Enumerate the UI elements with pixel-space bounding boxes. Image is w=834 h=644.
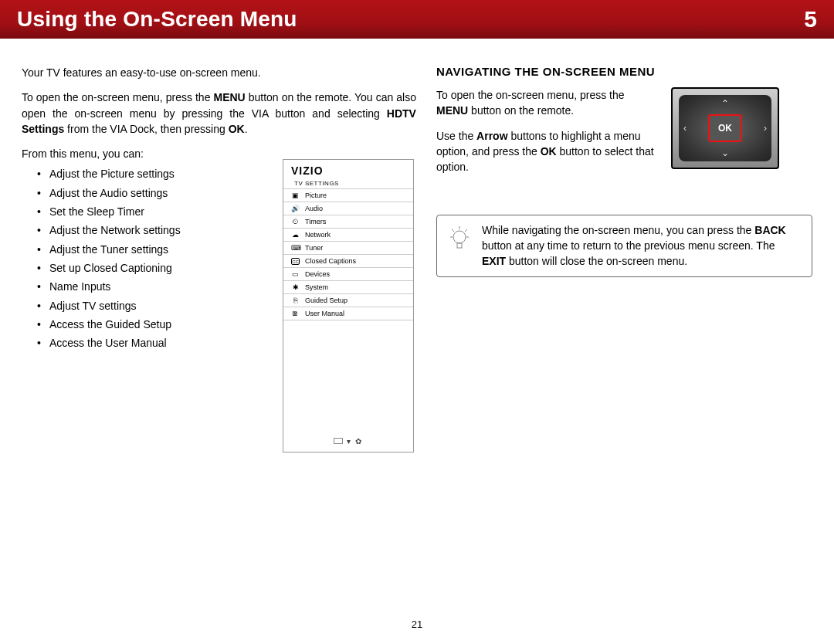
svg-point-0 <box>453 231 466 243</box>
audio-icon: 🔊 <box>291 205 300 212</box>
intro-paragraph: Your TV features an easy-to-use on-scree… <box>22 65 416 80</box>
page-number: 21 <box>412 619 422 630</box>
network-icon: ☁ <box>291 232 300 239</box>
picture-icon: ▣ <box>291 192 300 199</box>
footer-box-icon <box>334 438 343 444</box>
tv-item-audio: 🔊Audio <box>283 202 413 215</box>
svg-line-2 <box>452 229 454 232</box>
tv-item-network: ☁Network <box>283 229 413 242</box>
remote-graphic: ⌃ ⌄ ‹ › OK <box>671 87 779 169</box>
tv-item-system: ✱System <box>283 281 413 294</box>
tv-brand: VIZIO <box>283 160 413 178</box>
section-heading: NAVIGATING THE ON-SCREEN MENU <box>436 65 812 78</box>
arrow-down-icon: ⌄ <box>721 147 729 158</box>
svg-line-3 <box>465 229 467 232</box>
nav-paragraph-2: Use the Arrow buttons to highlight a men… <box>436 128 657 175</box>
tv-item-tuner: ⌨Tuner <box>283 242 413 255</box>
nav-paragraph-1: To open the on-screen menu, press the ME… <box>436 87 657 119</box>
cc-icon: CC <box>291 258 300 265</box>
system-icon: ✱ <box>291 284 300 291</box>
left-column: Your TV features an easy-to-use on-scree… <box>22 65 416 352</box>
manual-icon: 🗎 <box>291 310 300 317</box>
navigation-block: To open the on-screen menu, press the ME… <box>436 87 812 184</box>
navigation-text: To open the on-screen menu, press the ME… <box>436 87 657 184</box>
tv-item-timers: ⏲Timers <box>283 215 413 229</box>
tv-item-devices: ▭Devices <box>283 268 413 281</box>
remote-inner: ⌃ ⌄ ‹ › OK <box>679 95 771 161</box>
content: Your TV features an easy-to-use on-scree… <box>0 39 834 352</box>
guided-icon: ⎘ <box>291 297 300 304</box>
page-title: Using the On-Screen Menu <box>17 7 297 32</box>
chapter-number: 5 <box>804 6 817 32</box>
tip-box: While navigating the on-screen menu, you… <box>436 215 812 277</box>
arrow-left-icon: ‹ <box>683 123 687 134</box>
tv-item-picture: ▣Picture <box>283 189 413 202</box>
arrow-up-icon: ⌃ <box>721 98 729 109</box>
tv-subtitle: TV SETTINGS <box>283 178 413 189</box>
arrow-right-icon: › <box>764 123 767 134</box>
tv-item-cc: CCClosed Captions <box>283 255 413 268</box>
tv-item-manual: 🗎User Manual <box>283 307 413 320</box>
page-header: Using the On-Screen Menu 5 <box>0 0 834 39</box>
chevron-down-icon: ▾ <box>347 437 352 446</box>
lightbulb-icon <box>448 223 471 254</box>
tip-text: While navigating the on-screen menu, you… <box>482 223 801 269</box>
tv-settings-panel: VIZIO TV SETTINGS ▣Picture 🔊Audio ⏲Timer… <box>283 159 414 452</box>
timers-icon: ⏲ <box>291 219 300 225</box>
ok-button: OK <box>708 114 742 142</box>
gear-icon: ✿ <box>355 437 363 446</box>
tv-footer: ▾ ✿ <box>283 437 413 446</box>
devices-icon: ▭ <box>291 271 300 278</box>
tuner-icon: ⌨ <box>291 245 300 252</box>
open-menu-paragraph: To open the on-screen menu, press the ME… <box>22 90 416 137</box>
right-column: NAVIGATING THE ON-SCREEN MENU To open th… <box>436 65 812 352</box>
svg-rect-6 <box>457 243 462 248</box>
tv-item-guided: ⎘Guided Setup <box>283 294 413 307</box>
